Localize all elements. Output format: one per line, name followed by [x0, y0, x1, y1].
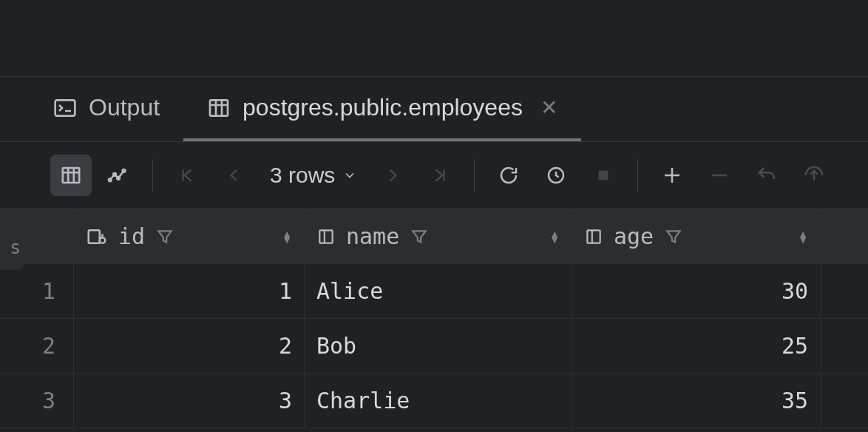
- separator: [474, 159, 475, 192]
- tab-output-label: Output: [89, 94, 160, 121]
- minus-icon: [708, 164, 730, 186]
- first-page-button[interactable]: [166, 155, 208, 196]
- column-icon: [584, 227, 603, 246]
- last-page-button[interactable]: [419, 155, 461, 196]
- clock-icon: [545, 164, 567, 186]
- sort-icon[interactable]: ▲▼: [549, 231, 560, 243]
- history-button[interactable]: [535, 155, 577, 196]
- chart-view-button[interactable]: [98, 155, 139, 196]
- table-row[interactable]: 2 2 Bob 25: [0, 319, 868, 374]
- svg-rect-8: [599, 171, 608, 180]
- cell-name[interactable]: Alice: [305, 264, 572, 318]
- tab-table[interactable]: postgres.public.employees ✕: [183, 77, 581, 141]
- svg-point-10: [100, 237, 106, 243]
- filter-icon[interactable]: [664, 227, 683, 246]
- grid-icon: [60, 164, 82, 186]
- chevron-left-icon: [225, 166, 244, 185]
- svg-rect-9: [89, 230, 100, 243]
- column-id-label: id: [118, 223, 145, 249]
- table-row[interactable]: 3 3 Charlie 35: [0, 374, 868, 428]
- cell-name[interactable]: Bob: [305, 319, 572, 373]
- table-icon: [207, 96, 231, 120]
- row-number: 2: [0, 319, 74, 373]
- last-page-icon: [430, 166, 450, 185]
- data-grid: id ▲▼ name ▲▼: [0, 209, 868, 428]
- column-header-id[interactable]: id ▲▼: [74, 209, 305, 263]
- cell-age[interactable]: 25: [572, 319, 821, 373]
- column-name-label: name: [346, 223, 399, 249]
- sort-icon[interactable]: ▲▼: [282, 231, 292, 243]
- header-row: id ▲▼ name ▲▼: [0, 209, 868, 264]
- remove-row-button[interactable]: [699, 155, 740, 196]
- cell-age[interactable]: 30: [572, 264, 821, 318]
- key-column-icon: [86, 226, 108, 248]
- prev-page-button[interactable]: [214, 155, 255, 196]
- rows-count-label: 3 rows: [270, 163, 335, 188]
- refresh-icon: [498, 164, 520, 186]
- column-age-label: age: [614, 223, 654, 249]
- column-icon: [316, 227, 336, 246]
- column-header-name[interactable]: name ▲▼: [305, 209, 572, 263]
- cell-id[interactable]: 3: [74, 374, 305, 428]
- line-chart-icon: [107, 164, 129, 186]
- separator: [152, 159, 153, 192]
- sort-icon[interactable]: ▲▼: [798, 231, 808, 243]
- chevron-down-icon: [342, 168, 357, 183]
- next-page-button[interactable]: [372, 155, 413, 196]
- table-row[interactable]: 1 1 Alice 30: [0, 264, 868, 319]
- tabs-row: Output postgres.public.employees ✕: [0, 77, 868, 142]
- svg-rect-11: [319, 230, 332, 243]
- tab-table-label: postgres.public.employees: [243, 94, 523, 121]
- column-header-age[interactable]: age ▲▼: [572, 209, 821, 263]
- filter-icon[interactable]: [410, 227, 429, 246]
- chevron-right-icon: [383, 166, 402, 185]
- first-page-icon: [177, 166, 197, 185]
- undo-icon: [756, 164, 778, 186]
- row-number: 1: [0, 264, 74, 318]
- stop-icon: [594, 166, 613, 185]
- plus-icon: [661, 164, 683, 186]
- cell-name[interactable]: Charlie: [305, 374, 572, 428]
- left-panel-stub: s: [0, 226, 24, 270]
- stop-button[interactable]: [583, 155, 624, 196]
- cell-age[interactable]: 35: [572, 374, 821, 428]
- svg-rect-0: [55, 100, 75, 115]
- refresh-button[interactable]: [488, 155, 529, 196]
- top-strip: [0, 0, 868, 77]
- svg-rect-12: [587, 230, 600, 243]
- toolbar: 3 rows: [0, 142, 868, 209]
- svg-rect-1: [210, 100, 228, 115]
- close-icon[interactable]: ✕: [540, 95, 557, 120]
- add-row-button[interactable]: [651, 155, 693, 196]
- cell-id[interactable]: 1: [74, 264, 305, 318]
- terminal-icon: [53, 96, 77, 120]
- rows-dropdown[interactable]: 3 rows: [261, 163, 366, 188]
- svg-rect-2: [63, 168, 80, 183]
- commit-button[interactable]: [793, 155, 835, 196]
- upload-icon: [803, 164, 825, 186]
- separator: [637, 159, 638, 192]
- cell-id[interactable]: 2: [74, 319, 305, 373]
- filter-icon[interactable]: [155, 227, 174, 246]
- revert-button[interactable]: [746, 155, 787, 196]
- grid-view-button[interactable]: [50, 155, 92, 196]
- row-number: 3: [0, 374, 74, 428]
- tab-output[interactable]: Output: [30, 77, 183, 141]
